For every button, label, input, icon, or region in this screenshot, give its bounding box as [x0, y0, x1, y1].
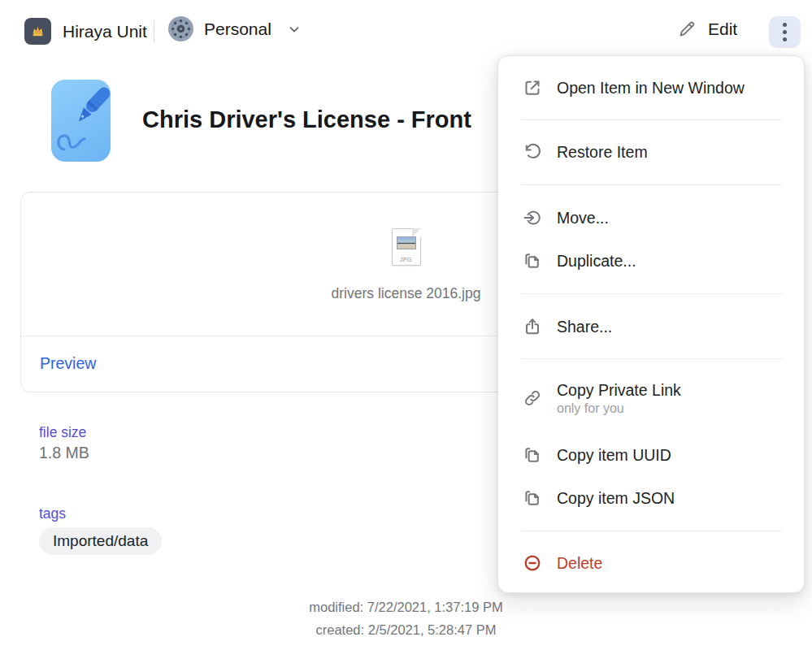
kebab-dot [783, 23, 787, 27]
file-size-value: 1.8 MB [39, 444, 89, 462]
menu-item-label: Copy item JSON [557, 489, 675, 508]
created-timestamp: created: 2/5/2021, 5:28:47 PM [0, 622, 812, 638]
restore-icon [523, 142, 542, 162]
jpg-type-label: JPG [393, 257, 420, 262]
move-into-icon [523, 208, 542, 228]
menu-item-copy-private-link[interactable]: Copy Private Link only for you [498, 373, 804, 423]
open-in-new-window-icon [523, 78, 542, 98]
tags-label: tags [39, 505, 66, 522]
menu-item-delete[interactable]: Delete [498, 545, 804, 581]
vault-name: Personal [204, 20, 271, 39]
chevron-down-icon [287, 22, 302, 37]
menu-item-open-new-window[interactable]: Open Item in New Window [498, 70, 804, 106]
top-bar: Hiraya Unit Personal [0, 0, 812, 62]
pencil-icon [677, 20, 697, 39]
menu-item-copy-json[interactable]: Copy item JSON [498, 480, 804, 516]
menu-item-label: Duplicate... [557, 252, 636, 271]
kebab-dot [783, 37, 787, 41]
tag-chip[interactable]: Imported/data [39, 527, 162, 555]
photo-thumbnail [397, 236, 416, 249]
vault-selector[interactable]: Personal [168, 16, 302, 41]
modified-timestamp: modified: 7/22/2021, 1:37:19 PM [0, 600, 812, 615]
jpg-file-icon: JPG [392, 228, 421, 266]
topbar-separator [154, 20, 154, 43]
edit-label: Edit [708, 20, 737, 39]
more-options-button[interactable] [769, 16, 801, 48]
file-name: drivers license 2016.jpg [332, 285, 481, 302]
item-title: Chris Driver's License - Front [142, 106, 471, 133]
edit-button[interactable]: Edit [677, 20, 737, 39]
menu-item-label: Move... [557, 209, 609, 228]
menu-divider [521, 531, 783, 531]
duplicate-icon [523, 251, 542, 271]
link-icon [523, 388, 542, 408]
menu-item-label: Delete [557, 554, 602, 573]
menu-divider [521, 293, 783, 294]
copy-icon [523, 488, 542, 508]
file-size-label: file size [39, 424, 86, 441]
account-name: Hiraya Unit [63, 22, 147, 41]
menu-divider [521, 358, 783, 359]
copy-icon [523, 445, 542, 465]
menu-divider [521, 119, 783, 120]
menu-item-subtitle: only for you [557, 401, 681, 416]
menu-item-copy-uuid[interactable]: Copy item UUID [498, 437, 804, 473]
menu-item-duplicate[interactable]: Duplicate... [498, 243, 804, 279]
account-avatar [24, 18, 51, 45]
crown-icon [29, 23, 46, 40]
menu-item-share[interactable]: Share... [498, 309, 804, 344]
menu-item-label: Copy Private Link [557, 381, 681, 400]
kebab-dot [783, 30, 787, 34]
item-context-menu: Open Item in New Window Restore Item Mov… [497, 55, 805, 593]
menu-item-label: Restore Item [557, 143, 648, 162]
minus-circle-icon [523, 553, 542, 573]
menu-item-move[interactable]: Move... [498, 200, 804, 236]
menu-item-label: Open Item in New Window [557, 79, 745, 98]
menu-divider [521, 184, 783, 185]
preview-link[interactable]: Preview [40, 354, 96, 373]
share-icon [523, 317, 542, 336]
account-switcher[interactable]: Hiraya Unit [24, 18, 147, 45]
menu-item-label: Copy item UUID [557, 446, 671, 465]
menu-item-label: Share... [557, 318, 612, 336]
vault-icon [168, 16, 193, 41]
menu-item-restore[interactable]: Restore Item [498, 134, 804, 170]
item-icon-signature [51, 80, 111, 162]
